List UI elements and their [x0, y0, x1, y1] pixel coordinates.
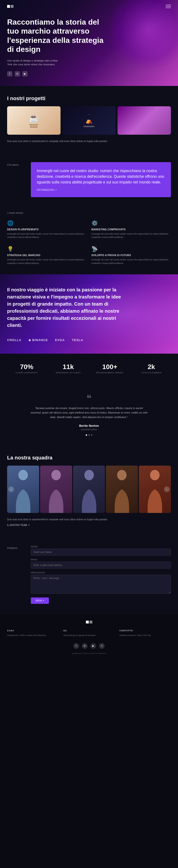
service-title-3: SVILUPPO A PROVA DI FUTURO — [92, 254, 171, 256]
brand-evga: EVGA — [55, 338, 65, 342]
projects-caption: Duis aute irure dolor in reprehenderit i… — [7, 140, 171, 143]
social-icons-row: f in ▶ — [7, 71, 171, 76]
footer-cols: CASA Sample text. Click to select Text E… — [7, 629, 171, 637]
services-label: I nostri servizi — [7, 211, 171, 214]
stat-number-0: 70% — [7, 363, 46, 371]
footer-col-title-0: CASA — [7, 629, 59, 632]
footer-col-text-1: Visita dal più di agosto di esempio. — [63, 634, 115, 637]
footer-social: f in ▶ 𝕏 — [7, 643, 171, 649]
stat-item-1: 11k RIFERIMENTI DI CLIENTI — [49, 363, 88, 374]
destination-label: Destination — [83, 125, 94, 128]
hamburger-line-1 — [166, 5, 171, 5]
hero-subtitle: Uno studio di design e strategia nato a … — [7, 59, 59, 66]
hamburger-menu[interactable] — [166, 5, 171, 8]
footer-youtube-icon[interactable]: ▶ — [91, 643, 96, 649]
contact-label: Parliamo — [7, 546, 26, 604]
chi-siamo-content: Immergiti nel cuore del nostro studio: n… — [31, 162, 171, 197]
hamburger-line-2 — [166, 6, 171, 7]
name-field-label: Nome — [31, 546, 171, 548]
contact-inner: Parliamo Nome Email Messaggio INVIA ↗ — [7, 546, 171, 604]
testimonial-dots — [7, 434, 171, 436]
stat-number-1: 11k — [49, 363, 88, 371]
destination-icon: ⛺ — [85, 117, 93, 124]
team-arrow-left[interactable]: ‹ — [8, 487, 14, 492]
footer-col-title-2: CONTATTO — [119, 629, 171, 632]
hero-title: Raccontiamo la storia del tuo marchio at… — [7, 18, 107, 54]
team-section: La nostra squadra — [0, 445, 178, 536]
facebook-icon[interactable]: f — [7, 71, 12, 76]
team-photo-3 — [73, 466, 105, 513]
linkedin-icon[interactable]: in — [15, 71, 20, 76]
testimonial-role: SEGRETARIO — [7, 428, 171, 431]
projects-title: I nostri progetti — [7, 95, 171, 101]
dot-2[interactable] — [88, 434, 90, 436]
stat-item-0: 70% CLIENTI SODDISFATTI — [7, 363, 46, 374]
submit-button[interactable]: INVIA ↗ — [31, 597, 49, 604]
services-grid: 🌐 DESIGN PLURIPREMIATO Immergiti nel cuo… — [7, 220, 171, 265]
message-field-label: Messaggio — [31, 571, 171, 574]
service-title-0: DESIGN PLURIPREMIATO — [7, 228, 86, 231]
footer-col-text-2: Galleria Avenue 9, New York City — [119, 634, 171, 637]
chi-siamo-label: Chi siamo — [7, 162, 26, 166]
contact-form: Nome Email Messaggio INVIA ↗ — [31, 546, 171, 604]
footer-bottom-text: Sample text. Click to select Text Elemen… — [7, 652, 171, 654]
footer-col-0: CASA Sample text. Click to select Text E… — [7, 629, 59, 637]
stat-label-2: RICONOSCIMENTI PREMIO — [90, 372, 129, 374]
service-icon-0: 🌐 — [7, 220, 86, 226]
person-svg-2 — [40, 466, 72, 513]
service-item-1: ⚙️ MARKETING COMPROVATO Immergiti nel cu… — [92, 220, 171, 239]
footer-col-title-1: SU — [63, 629, 115, 632]
team-photo-2 — [40, 466, 72, 513]
project-card-coffee[interactable]: ☕ MOCKUPDESIGN — [7, 106, 60, 135]
footer-col-2: CONTATTO Galleria Avenue 9, New York Cit… — [119, 629, 171, 637]
name-input[interactable] — [31, 549, 171, 556]
quote-mark: ❝ — [7, 393, 171, 404]
footer-col-text-0: Sample text. Click to select Text Elemen… — [7, 634, 59, 637]
footer: CASA Sample text. Click to select Text E… — [0, 613, 178, 659]
logo-square-1 — [7, 5, 10, 8]
chi-siamo-section: Chi siamo Immergiti nel cuore del nostro… — [0, 153, 178, 207]
stat-number-3: 2k — [132, 363, 171, 371]
hero-section: Raccontiamo la storia del tuo marchio at… — [0, 0, 178, 86]
team-link[interactable]: IL NOSTRO TEAM ↗ — [7, 524, 171, 526]
service-desc-1: Immergiti nel cuore del nostro studio: n… — [92, 232, 171, 239]
dot-3[interactable] — [91, 434, 92, 436]
dot-1[interactable] — [86, 434, 87, 436]
brands-row: CROLLA ◆ BINANCE EVGA TESLA — [7, 338, 171, 342]
chi-siamo-inner: Chi siamo Immergiti nel cuore del nostro… — [7, 162, 171, 197]
person-svg-3 — [73, 466, 105, 513]
brand-binance: ◆ BINANCE — [28, 338, 48, 342]
project-card-abstract[interactable] — [118, 106, 171, 135]
team-arrow-right[interactable]: › — [164, 487, 170, 492]
services-section: I nostri servizi 🌐 DESIGN PLURIPREMIATO … — [0, 207, 178, 275]
hamburger-line-3 — [166, 7, 171, 8]
stats-section: 70% CLIENTI SODDISFATTI 11k RIFERIMENTI … — [0, 354, 178, 383]
service-icon-2: 💡 — [7, 246, 86, 252]
testimonial-text: "Aenean pulvinar dui ornare, feugiat lor… — [30, 406, 148, 419]
footer-twitter-icon[interactable]: 𝕏 — [99, 643, 105, 649]
footer-logo-squares — [86, 621, 92, 623]
team-photo-4 — [106, 466, 138, 513]
message-textarea[interactable] — [31, 575, 171, 594]
testimonial-section: ❝ "Aenean pulvinar dui ornare, feugiat l… — [0, 383, 178, 445]
project-card-destination[interactable]: — ⛺ Destination — [62, 106, 116, 135]
stat-label-1: RIFERIMENTI DI CLIENTI — [49, 372, 88, 374]
nav-bar — [7, 5, 171, 8]
service-item-2: 💡 STRATEGIA DEL MARCHIO Immergiti nel cu… — [7, 246, 86, 265]
team-title: La nostra squadra — [7, 455, 171, 461]
stat-item-2: 100+ RICONOSCIMENTI PREMIO — [90, 363, 129, 374]
team-caption: Duis aute irure dolor in reprehenderit i… — [7, 518, 171, 522]
info-link[interactable]: INFORMAZIONI ↗ — [37, 189, 165, 191]
svg-point-4 — [150, 470, 160, 480]
projects-grid: ☕ MOCKUPDESIGN — ⛺ Destination — [7, 106, 171, 135]
footer-facebook-icon[interactable]: f — [73, 643, 79, 649]
team-photos: ‹ › — [7, 466, 171, 513]
chi-siamo-text: Immergiti nel cuore del nostro studio: n… — [37, 168, 165, 185]
svg-point-1 — [51, 470, 61, 480]
email-input[interactable] — [31, 562, 171, 568]
youtube-icon[interactable]: ▶ — [22, 71, 28, 76]
svg-point-2 — [84, 470, 94, 480]
stats-grid: 70% CLIENTI SODDISFATTI 11k RIFERIMENTI … — [7, 363, 171, 374]
footer-linkedin-icon[interactable]: in — [82, 643, 87, 649]
service-desc-0: Immergiti nel cuore del nostro studio: n… — [7, 232, 86, 239]
